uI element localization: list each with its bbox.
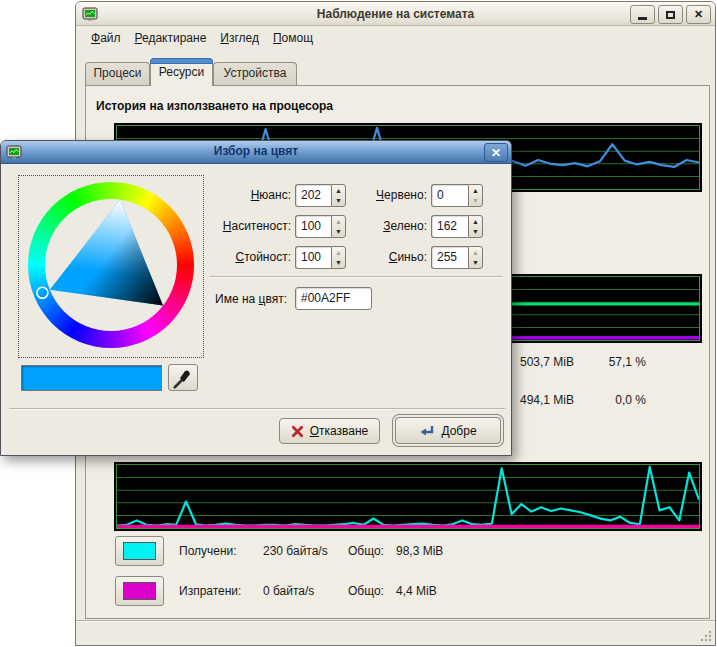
- sent-color-button[interactable]: [115, 576, 164, 606]
- blue-stepper[interactable]: ▲▼: [468, 246, 483, 269]
- maximize-button[interactable]: [658, 5, 683, 24]
- menu-edit[interactable]: Редактиране: [135, 31, 207, 45]
- memory-percent: 57,1 %: [582, 355, 646, 369]
- saturation-input[interactable]: 100: [295, 215, 331, 238]
- network-history-chart: [114, 462, 702, 531]
- sent-total-label: Общо:: [348, 584, 394, 598]
- memory-usage-row: 503,7 MiB 57,1 %: [520, 355, 650, 371]
- minimize-button[interactable]: [630, 5, 655, 24]
- close-button[interactable]: ✕: [686, 5, 711, 24]
- hue-stepper[interactable]: ▲▼: [331, 184, 346, 207]
- red-label: Червено:: [351, 184, 427, 207]
- hue-label: Нюанс:: [209, 184, 291, 207]
- memory-amount: 503,7 MiB: [520, 355, 574, 369]
- dialog-close-icon: ✕: [491, 146, 501, 160]
- maximize-icon: [666, 11, 675, 19]
- value-input[interactable]: 100: [295, 246, 331, 269]
- dialog-title: Избор на цвят: [1, 144, 511, 158]
- received-color-swatch: [123, 542, 156, 560]
- received-label: Получени:: [179, 544, 263, 558]
- network-sent-row: Изпратени: 0 байта/s Общо: 4,4 MiB: [115, 576, 675, 606]
- color-picker-dialog: Избор на цвят ✕ Нюанс:: [0, 140, 512, 456]
- blue-label: Синьо:: [351, 246, 427, 269]
- hue-input[interactable]: 202: [295, 184, 331, 207]
- menu-view[interactable]: Изглед: [220, 31, 259, 45]
- statusbar: [76, 620, 715, 645]
- blue-down-icon[interactable]: ▼: [469, 257, 482, 268]
- value-label: Стойност:: [209, 246, 291, 269]
- blue-input[interactable]: 255: [431, 246, 468, 269]
- saturation-value-triangle[interactable]: [28, 182, 194, 348]
- cancel-cross-icon: [291, 425, 304, 438]
- color-name-label: Име на цвят:: [201, 288, 287, 311]
- tab-devices[interactable]: Устройства: [213, 62, 297, 86]
- sent-rate: 0 байта/s: [263, 584, 347, 598]
- sent-color-swatch: [123, 582, 156, 600]
- network-received-row: Получени: 230 байта/s Общо: 98,3 MiB: [115, 536, 675, 566]
- green-label: Зелено:: [351, 215, 427, 238]
- value-stepper[interactable]: ▲▼: [331, 246, 346, 269]
- hue-marker[interactable]: [37, 287, 48, 298]
- resize-grip[interactable]: [698, 628, 712, 642]
- green-stepper[interactable]: ▲▼: [468, 215, 483, 238]
- eyedropper-button[interactable]: [168, 364, 198, 391]
- red-input[interactable]: 0: [431, 184, 468, 207]
- menu-file[interactable]: Файл: [91, 31, 121, 45]
- green-down-icon[interactable]: ▼: [469, 226, 482, 237]
- received-total-label: Общо:: [348, 544, 394, 558]
- ok-button[interactable]: Добре: [395, 417, 501, 444]
- swap-usage-row: 494,1 MiB 0,0 %: [520, 393, 650, 409]
- color-name-input[interactable]: #00A2FF: [295, 287, 372, 310]
- dialog-titlebar[interactable]: Избор на цвят ✕: [1, 141, 511, 164]
- window-titlebar[interactable]: Наблюдение на системата ✕: [76, 2, 715, 26]
- sent-total: 4,4 MiB: [396, 584, 437, 598]
- ok-enter-icon: [419, 424, 435, 438]
- received-rate: 230 байта/s: [263, 544, 347, 558]
- window-title: Наблюдение на системата: [76, 7, 715, 21]
- saturation-stepper[interactable]: ▲▼: [331, 215, 346, 238]
- menu-help[interactable]: Помощ: [273, 31, 313, 45]
- received-total: 98,3 MiB: [396, 544, 443, 558]
- saturation-label: Наситеност:: [209, 215, 291, 238]
- action-separator: [9, 408, 505, 410]
- cancel-button[interactable]: Отказване: [279, 418, 380, 444]
- value-down-icon[interactable]: ▼: [332, 257, 345, 268]
- tab-bar: Процеси Ресурси Устройства: [76, 56, 715, 86]
- saturation-down-icon[interactable]: ▼: [332, 226, 345, 237]
- cancel-label: Отказване: [310, 424, 369, 438]
- menubar: Файл Редактиране Изглед Помощ: [76, 27, 715, 49]
- fields-separator: [209, 276, 503, 278]
- minimize-icon: [638, 17, 647, 20]
- color-wheel[interactable]: [28, 182, 194, 348]
- tab-resources[interactable]: Ресурси: [150, 58, 213, 86]
- cpu-history-heading: История на използването на процесора: [96, 99, 333, 113]
- close-icon: ✕: [694, 8, 703, 21]
- red-down-icon[interactable]: ▼: [469, 195, 482, 206]
- green-input[interactable]: 162: [431, 215, 468, 238]
- hue-down-icon[interactable]: ▼: [332, 195, 345, 206]
- tab-processes[interactable]: Процеси: [85, 62, 150, 86]
- swap-percent: 0,0 %: [582, 393, 646, 407]
- sent-label: Изпратени:: [179, 584, 263, 598]
- eyedropper-icon: [171, 367, 195, 391]
- received-color-button[interactable]: [115, 536, 164, 566]
- dialog-close-button[interactable]: ✕: [484, 143, 508, 162]
- swap-amount: 494,1 MiB: [520, 393, 574, 407]
- selected-color-preview: [21, 365, 162, 391]
- red-stepper[interactable]: ▲▼: [468, 184, 483, 207]
- ok-label: Добре: [441, 424, 476, 438]
